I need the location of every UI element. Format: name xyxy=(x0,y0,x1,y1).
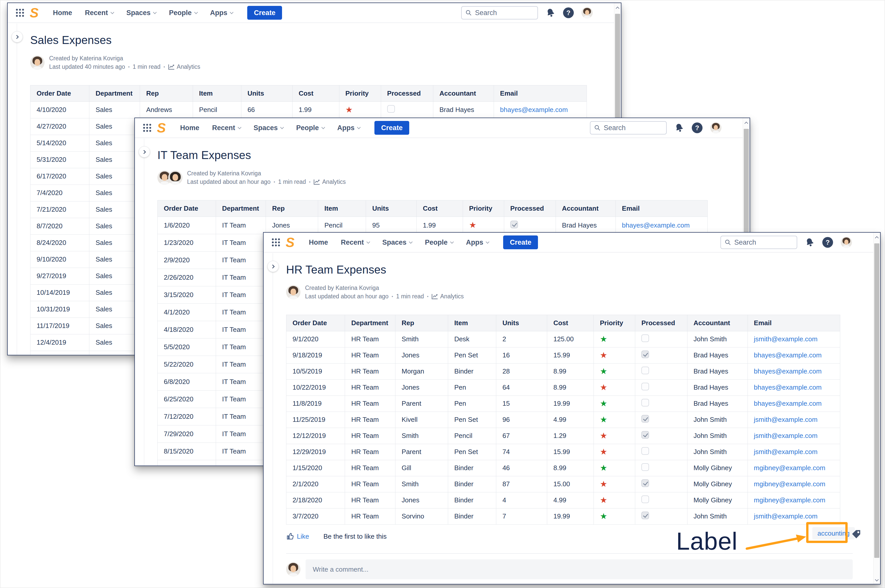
analytics-link[interactable]: Analytics xyxy=(432,292,464,301)
app-switcher-icon[interactable] xyxy=(143,123,152,132)
cell-email: bhayes@example.com xyxy=(616,216,707,234)
last-updated-text[interactable]: Last updated 40 minutes ago xyxy=(49,63,125,71)
table-header-row: Order DateDepartmentRepItemUnitsCostPrio… xyxy=(30,85,587,102)
nav-item-apps[interactable]: Apps xyxy=(337,124,360,132)
search-input[interactable]: Search xyxy=(461,6,538,20)
notifications-bell-icon[interactable] xyxy=(544,7,556,19)
scroll-down-icon[interactable] xyxy=(875,578,879,581)
nav-item-spaces[interactable]: Spaces xyxy=(382,238,412,246)
scroll-up-icon[interactable] xyxy=(745,122,748,125)
cell-processed xyxy=(635,347,687,363)
last-updated-text[interactable]: Last updated about an hour ago xyxy=(305,292,388,301)
analytics-link[interactable]: Analytics xyxy=(168,63,200,71)
cell-dept: Sales xyxy=(89,102,140,118)
nav-item-recent[interactable]: Recent xyxy=(85,9,114,17)
search-input[interactable]: Search xyxy=(721,236,797,249)
app-logo[interactable]: S xyxy=(157,121,166,135)
nav-item-spaces[interactable]: Spaces xyxy=(126,9,157,17)
processed-checkbox[interactable] xyxy=(641,479,649,487)
nav-item-recent[interactable]: Recent xyxy=(212,124,241,132)
scrollbar-thumb[interactable] xyxy=(874,243,879,558)
processed-checkbox[interactable] xyxy=(641,383,649,390)
nav-item-apps[interactable]: Apps xyxy=(210,9,233,17)
app-switcher-icon[interactable] xyxy=(271,238,280,247)
user-avatar[interactable] xyxy=(841,237,852,248)
processed-checkbox[interactable] xyxy=(387,105,395,113)
expand-sidebar-button[interactable] xyxy=(268,261,279,272)
vertical-scrollbar[interactable] xyxy=(873,232,880,584)
notifications-bell-icon[interactable] xyxy=(804,236,816,248)
cell-date: 2/26/2020 xyxy=(158,269,216,286)
help-icon[interactable]: ? xyxy=(563,8,574,18)
user-avatar[interactable] xyxy=(710,122,721,134)
expand-sidebar-button[interactable] xyxy=(139,146,150,158)
cell-units: 2 xyxy=(496,331,547,347)
analytics-link[interactable]: Analytics xyxy=(313,178,346,186)
expand-sidebar-button[interactable] xyxy=(12,31,23,42)
like-button[interactable]: Like xyxy=(297,532,309,540)
nav-item-home[interactable]: Home xyxy=(309,238,328,246)
email-link[interactable]: mgibney@example.com xyxy=(754,480,825,488)
email-link[interactable]: jsmith@example.com xyxy=(754,512,818,520)
create-button[interactable]: Create xyxy=(247,6,282,20)
contributor-avatar[interactable] xyxy=(168,171,182,185)
create-button[interactable]: Create xyxy=(375,121,409,135)
app-logo[interactable]: S xyxy=(286,236,295,249)
column-header-processed: Processed xyxy=(504,200,555,216)
email-link[interactable]: mgibney@example.com xyxy=(754,464,825,472)
email-link[interactable]: bhayes@example.com xyxy=(754,400,822,407)
processed-checkbox[interactable] xyxy=(641,367,649,374)
create-button[interactable]: Create xyxy=(503,236,538,249)
email-link[interactable]: jsmith@example.com xyxy=(754,448,818,456)
nav-item-home[interactable]: Home xyxy=(180,124,199,132)
user-avatar[interactable] xyxy=(581,7,593,18)
email-link[interactable]: bhayes@example.com xyxy=(622,221,690,229)
email-link[interactable]: bhayes@example.com xyxy=(754,351,822,359)
processed-checkbox[interactable] xyxy=(641,431,649,439)
email-link[interactable]: bhayes@example.com xyxy=(754,368,822,375)
cell-rep: Smith xyxy=(396,331,448,347)
column-header-priority: Priority xyxy=(463,200,504,216)
thumbs-up-icon[interactable] xyxy=(286,532,294,540)
user-avatar[interactable] xyxy=(286,562,301,576)
app-switcher-icon[interactable] xyxy=(15,8,24,17)
nav-item-recent[interactable]: Recent xyxy=(341,238,370,246)
author-avatar[interactable] xyxy=(30,56,45,70)
annotation-arrow xyxy=(745,531,808,554)
comment-input[interactable]: Write a comment... xyxy=(306,560,853,579)
nav-item-people[interactable]: People xyxy=(296,124,325,132)
app-logo[interactable]: S xyxy=(30,6,39,20)
email-link[interactable]: bhayes@example.com xyxy=(500,106,568,114)
email-link[interactable]: mgibney@example.com xyxy=(754,496,825,504)
nav-item-people[interactable]: People xyxy=(425,238,453,246)
processed-checkbox[interactable] xyxy=(641,447,649,455)
scroll-up-icon[interactable] xyxy=(616,7,619,10)
search-input[interactable]: Search xyxy=(590,121,667,135)
processed-checkbox[interactable] xyxy=(641,463,649,471)
nav-item-people[interactable]: People xyxy=(169,9,197,17)
processed-checkbox[interactable] xyxy=(641,415,649,423)
notifications-bell-icon[interactable] xyxy=(673,122,685,134)
email-link[interactable]: bhayes@example.com xyxy=(754,384,822,391)
cell-processed xyxy=(504,216,555,234)
email-link[interactable]: jsmith@example.com xyxy=(754,416,818,423)
scroll-up-icon[interactable] xyxy=(875,236,879,240)
email-link[interactable]: jsmith@example.com xyxy=(754,335,818,343)
processed-checkbox[interactable] xyxy=(641,512,649,519)
processed-checkbox[interactable] xyxy=(641,495,649,503)
processed-checkbox[interactable] xyxy=(510,220,518,228)
nav-item-spaces[interactable]: Spaces xyxy=(254,124,284,132)
processed-checkbox[interactable] xyxy=(641,399,649,406)
column-header-rep: Rep xyxy=(140,85,193,102)
processed-checkbox[interactable] xyxy=(641,351,649,358)
author-avatar[interactable] xyxy=(286,285,301,299)
cell-accountant: John Smith xyxy=(687,331,748,347)
tag-icon[interactable] xyxy=(851,529,862,540)
email-link[interactable]: jsmith@example.com xyxy=(754,432,818,440)
last-updated-text[interactable]: Last updated about an hour ago xyxy=(187,178,271,186)
help-icon[interactable]: ? xyxy=(822,237,833,248)
nav-item-apps[interactable]: Apps xyxy=(466,238,489,246)
processed-checkbox[interactable] xyxy=(641,334,649,342)
help-icon[interactable]: ? xyxy=(692,123,703,133)
nav-item-home[interactable]: Home xyxy=(53,9,72,17)
